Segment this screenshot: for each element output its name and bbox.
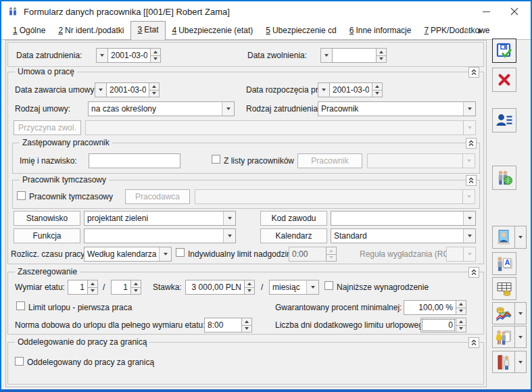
hire-date-dropdown-button[interactable] bbox=[96, 48, 108, 63]
dropdown-arrow-icon[interactable] bbox=[223, 229, 235, 243]
employees-globe-button[interactable] bbox=[492, 166, 516, 190]
group-zastepowany-title: Zastępowany pracownik bbox=[20, 138, 112, 147]
calendar-combo[interactable]: Standard bbox=[331, 228, 476, 243]
first-job-leave-limit-checkbox[interactable] bbox=[16, 301, 25, 310]
collapse-tymczasowy-button[interactable] bbox=[466, 175, 477, 186]
temporary-worker-label: Pracownik tymczasowy bbox=[29, 192, 113, 201]
rcp-rule-label: Reguła wygładzania (RCP): bbox=[360, 249, 459, 259]
occupation-code-combo[interactable] bbox=[331, 211, 476, 226]
spinner-down-button[interactable] bbox=[149, 90, 160, 98]
group-umowa-title: Umowa o pracę bbox=[15, 67, 77, 76]
save-button[interactable] bbox=[492, 39, 516, 63]
tab-scroll-left-icon[interactable] bbox=[466, 28, 469, 34]
calendar-button[interactable]: Kalendarz bbox=[260, 228, 327, 243]
photo-id-button[interactable] bbox=[492, 226, 515, 249]
payments-chart-dropdown-button[interactable] bbox=[514, 302, 527, 324]
spinner-down-button[interactable] bbox=[376, 55, 387, 64]
work-start-date-input[interactable] bbox=[329, 82, 372, 97]
spinner-down-button[interactable] bbox=[241, 325, 252, 333]
collapse-oddelegowanie-button[interactable] bbox=[468, 337, 479, 348]
exit-door-icon bbox=[495, 353, 512, 371]
spinner-down-button[interactable] bbox=[130, 287, 141, 295]
contract-date-dropdown-button[interactable] bbox=[95, 82, 107, 97]
spinner-down-button[interactable] bbox=[87, 287, 98, 295]
tab-ppk-dodatkowe[interactable]: 7PPK/Dodatkowe bbox=[418, 22, 495, 39]
contract-type-combo[interactable]: na czas określony bbox=[88, 101, 235, 116]
exit-door-dropdown-button[interactable] bbox=[514, 351, 527, 373]
dropdown-arrow-icon[interactable] bbox=[223, 212, 235, 225]
function-combo[interactable] bbox=[84, 228, 236, 243]
tab-etat[interactable]: 3Etat bbox=[130, 21, 165, 40]
work-start-date-dropdown-button[interactable] bbox=[318, 82, 330, 97]
fte-numerator-spinner bbox=[87, 280, 98, 295]
employment-type-combo[interactable]: Pracownik bbox=[318, 101, 476, 116]
people-documents-dropdown-button[interactable] bbox=[514, 326, 527, 348]
release-date-field bbox=[320, 48, 387, 63]
group-oddelegowanie: Oddelegowanie do pracy za granicą Oddele… bbox=[7, 342, 484, 385]
cancel-button[interactable] bbox=[492, 68, 516, 92]
minimize-icon bbox=[483, 11, 490, 12]
tab-ogolne[interactable]: 1Ogólne bbox=[7, 22, 51, 39]
contract-date-input[interactable] bbox=[106, 82, 149, 97]
close-button[interactable] bbox=[501, 1, 528, 22]
spinner-down-button[interactable] bbox=[150, 55, 161, 64]
from-employee-list-checkbox[interactable] bbox=[212, 155, 220, 164]
spinner-down-button[interactable] bbox=[456, 308, 466, 316]
dropdown-arrow-icon[interactable] bbox=[463, 229, 475, 243]
guaranteed-percent-spinner bbox=[456, 300, 466, 315]
position-combo[interactable]: projektant zieleni bbox=[84, 211, 236, 226]
tab-inne-informacje[interactable]: 6Inne informacje bbox=[343, 22, 418, 39]
contract-date-spinner bbox=[149, 82, 160, 97]
rate-period-combo[interactable]: miesiąc bbox=[269, 280, 319, 295]
fte-numerator-input[interactable] bbox=[68, 280, 88, 295]
employee-picker-combo bbox=[367, 153, 475, 168]
time-settlement-label: Rozlicz. czasu pracy: bbox=[11, 249, 87, 259]
minimum-wage-checkbox[interactable] bbox=[324, 281, 333, 290]
first-job-leave-limit-label: Limit urlopu - pierwsza praca bbox=[28, 303, 132, 312]
dropdown-arrow-icon[interactable] bbox=[306, 280, 318, 294]
overtime-limit-field bbox=[289, 247, 337, 262]
release-date-dropdown-button[interactable] bbox=[320, 48, 333, 63]
rate-input[interactable] bbox=[185, 280, 245, 295]
hire-date-field bbox=[96, 48, 161, 63]
time-settlement-combo[interactable]: Według kalendarza bbox=[84, 247, 172, 262]
temporary-worker-checkbox[interactable] bbox=[17, 191, 26, 200]
dropdown-arrow-icon[interactable] bbox=[463, 102, 475, 116]
substituted-name-input[interactable] bbox=[89, 153, 180, 168]
photo-id-dropdown-button[interactable] bbox=[514, 226, 527, 249]
exit-door-button[interactable] bbox=[492, 351, 515, 373]
person-dictionary-button[interactable]: A bbox=[492, 252, 516, 275]
collapse-zaszeregowanie-button[interactable] bbox=[468, 267, 479, 278]
spinner-down-button[interactable] bbox=[456, 325, 466, 333]
payroll-grid-button[interactable] bbox=[492, 277, 516, 300]
guaranteed-percent-label: Gwarantowany procent minimalnej: bbox=[275, 303, 402, 312]
function-button[interactable]: Funkcja bbox=[14, 228, 80, 243]
collapse-umowa-button[interactable] bbox=[468, 67, 479, 78]
dropdown-arrow-icon[interactable] bbox=[222, 102, 234, 116]
dropdown-arrow-icon[interactable] bbox=[463, 212, 475, 225]
tab-scroll-right-icon[interactable] bbox=[479, 28, 482, 34]
release-date-input[interactable] bbox=[332, 48, 377, 63]
tab-nr-ident-podatki[interactable]: 2Nr ident./podatki bbox=[52, 22, 130, 39]
people-documents-icon bbox=[495, 328, 512, 346]
hire-date-input[interactable] bbox=[107, 48, 151, 63]
people-documents-button[interactable] bbox=[492, 326, 515, 348]
spinner-down-button[interactable] bbox=[372, 90, 383, 98]
daily-norm-input[interactable] bbox=[204, 318, 242, 333]
employee-list-button[interactable] bbox=[492, 108, 516, 132]
posted-abroad-checkbox[interactable] bbox=[15, 357, 24, 366]
collapse-zastepowany-button[interactable] bbox=[466, 138, 477, 149]
collapse-chevrons-icon bbox=[470, 268, 478, 276]
occupation-code-button[interactable]: Kod zawodu bbox=[260, 211, 327, 226]
minimize-button[interactable] bbox=[473, 1, 500, 22]
overtime-limit-checkbox[interactable] bbox=[176, 248, 185, 257]
spinner-down-button[interactable] bbox=[244, 287, 255, 295]
guaranteed-percent-input[interactable] bbox=[404, 300, 456, 315]
position-button[interactable]: Stanowisko bbox=[14, 211, 80, 226]
payments-chart-button[interactable] bbox=[492, 302, 515, 324]
tab-ubezpieczenie-cd[interactable]: 5Ubezpieczenie cd bbox=[260, 22, 342, 39]
tab-ubezpieczenie-etat[interactable]: 4Ubezpieczenie (etat) bbox=[166, 22, 260, 39]
dropdown-arrow-icon[interactable] bbox=[159, 247, 171, 261]
extra-leave-days-input[interactable] bbox=[420, 318, 456, 333]
fte-denominator-input[interactable] bbox=[111, 280, 131, 295]
